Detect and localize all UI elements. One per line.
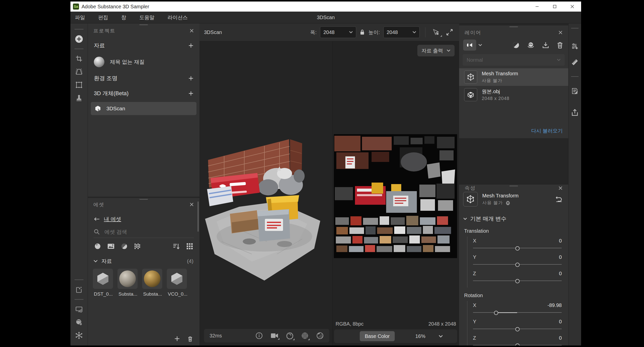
arrow-left-icon [94, 217, 100, 222]
translation-x-value[interactable]: 0 [559, 238, 562, 244]
environment-badge-icon[interactable] [286, 332, 294, 339]
menu-window[interactable]: 창 [121, 14, 126, 21]
chevron-down-icon[interactable] [478, 44, 482, 47]
sort-icon[interactable] [173, 243, 180, 250]
material-item[interactable]: 제목 없는 재질 [88, 53, 199, 71]
slider-track[interactable] [473, 279, 562, 283]
translation-z-value[interactable]: 0 [559, 271, 562, 276]
lock-aspect-icon[interactable] [360, 29, 365, 35]
panel-drag-handle[interactable] [139, 199, 148, 200]
add-object-button[interactable] [188, 91, 193, 96]
zoom-dropdown[interactable]: 16% [415, 333, 443, 339]
add-adjustment-icon[interactable] [512, 42, 519, 49]
export-share-icon[interactable] [569, 105, 580, 121]
add-filter-icon[interactable] [527, 42, 535, 49]
node-graph-icon[interactable] [73, 329, 85, 342]
close-icon[interactable] [189, 202, 194, 207]
reset-undo-icon[interactable] [555, 196, 563, 203]
pinned-properties-icon[interactable] [569, 38, 580, 54]
add-asset-plus-button[interactable] [174, 336, 180, 342]
minimize-button[interactable] [534, 3, 540, 10]
properties-panel: 속성 Mesh Transform 사용 불가 [459, 185, 568, 345]
my-assets-back-link[interactable]: 내 에셋 [88, 211, 199, 225]
rotation-x-value[interactable]: -89.98 [547, 302, 562, 308]
gear-icon[interactable] [505, 200, 510, 205]
environment-settings-icon[interactable] [73, 316, 85, 329]
material-output-dropdown[interactable]: 자료 출력 [417, 45, 455, 56]
import-layer-icon[interactable] [542, 42, 549, 49]
assets-group-header[interactable]: 자료 (4) [88, 251, 199, 266]
asset-tile[interactable]: Substa... [117, 269, 140, 297]
asset-search-input[interactable] [104, 229, 180, 235]
viewport-3d[interactable]: 32ms [199, 41, 332, 345]
document-title: 3DScan [317, 15, 335, 20]
slider-track[interactable] [473, 343, 562, 345]
layer-item-source-mesh[interactable]: 원본.obj 2048 x 2048 [459, 86, 568, 103]
rotation-y-value[interactable]: 0 [559, 319, 562, 325]
layer-item-mesh-transform[interactable]: Mesh Transform 사용 불가 [459, 68, 568, 86]
channel-select-button[interactable]: Base Color [360, 331, 395, 341]
menu-help[interactable]: 도움말 [139, 14, 154, 21]
info-icon[interactable] [255, 332, 263, 339]
grid-globe-icon[interactable] [301, 332, 309, 339]
share-export-icon[interactable] [73, 283, 85, 296]
fullscreen-expand-icon[interactable] [445, 29, 455, 36]
filter-images-icon[interactable] [107, 243, 114, 250]
layers-panel-title: 레이어 [465, 29, 481, 36]
view-mode-button[interactable] [463, 40, 476, 51]
notes-edit-icon[interactable] [569, 83, 580, 99]
cube-icon [94, 105, 101, 112]
close-icon[interactable] [189, 28, 194, 33]
material-ball-icon[interactable] [316, 332, 324, 339]
scrollbar-thumb[interactable] [197, 201, 199, 232]
filter-materials-icon[interactable] [94, 243, 101, 250]
physical-size-ruler-icon[interactable] [569, 54, 580, 70]
delete-asset-trash-icon[interactable] [187, 336, 193, 342]
stamp-tool-icon[interactable] [73, 91, 85, 105]
asset-tile[interactable]: Substa... [142, 269, 164, 297]
export-view-icon[interactable] [431, 28, 441, 36]
display-settings-icon[interactable] [73, 303, 85, 316]
perspective-tool-icon[interactable] [73, 65, 85, 78]
add-environment-button[interactable] [188, 76, 193, 81]
delete-layer-trash-icon[interactable] [557, 42, 563, 49]
basic-parameters-section[interactable]: 기본 매개 변수 [459, 211, 568, 225]
menu-license[interactable]: 라이선스 [168, 14, 188, 21]
slider-track[interactable] [473, 327, 562, 331]
crop-tool-icon[interactable] [73, 52, 85, 65]
rotation-y-slider: Y 0 [473, 319, 562, 331]
object-item-3dscan[interactable]: 3DScan [91, 102, 196, 115]
asset-tile[interactable]: DST_0... [93, 269, 115, 297]
asset-count: (4) [187, 258, 193, 264]
slider-track[interactable] [473, 246, 562, 250]
menu-file[interactable]: 파일 [75, 14, 85, 21]
panel-drag-handle[interactable] [139, 24, 148, 25]
panel-drag-handle[interactable] [509, 186, 518, 186]
translation-y-value[interactable]: 0 [559, 254, 562, 260]
grid-view-icon[interactable] [186, 243, 193, 250]
slider-track[interactable] [473, 311, 562, 314]
add-material-button[interactable] [188, 43, 193, 48]
viewport-2d[interactable]: 자료 출력 [332, 41, 459, 345]
maximize-button[interactable] [551, 3, 558, 10]
height-select[interactable]: 2048 [383, 26, 420, 38]
close-icon[interactable] [558, 30, 563, 35]
slider-track[interactable] [473, 263, 562, 266]
add-asset-button[interactable] [73, 32, 85, 46]
divider [425, 27, 425, 37]
camera-icon[interactable] [270, 332, 278, 339]
close-button[interactable] [569, 3, 576, 10]
panel-drag-handle[interactable] [509, 26, 518, 27]
reload-link[interactable]: 다시 불러오기 [531, 127, 568, 138]
asset-tile[interactable]: VCO_0... [167, 269, 189, 297]
width-select[interactable]: 2048 [320, 26, 356, 38]
menu-edit[interactable]: 편집 [98, 14, 108, 21]
rotation-z-slider: Z 0 [473, 335, 562, 345]
rotation-z-value[interactable]: 0 [559, 335, 562, 341]
filter-fabric-icon[interactable] [134, 243, 141, 250]
blend-mode-select[interactable]: Normal [463, 54, 565, 66]
filter-filters-icon[interactable] [121, 243, 128, 250]
mesh-transform-icon [464, 71, 477, 84]
transform-tool-icon[interactable] [73, 78, 85, 91]
close-icon[interactable] [558, 186, 563, 190]
